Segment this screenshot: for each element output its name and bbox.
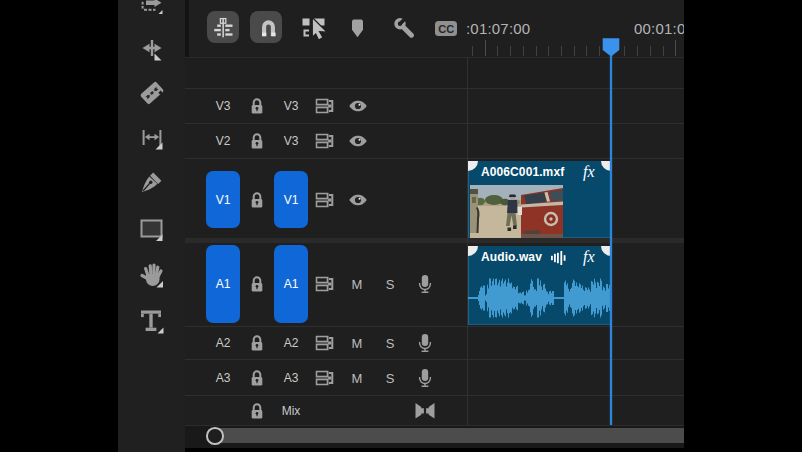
v2-sync-lock-icon[interactable] bbox=[316, 134, 335, 149]
v2-source-label[interactable]: V2 bbox=[216, 134, 231, 148]
horizontal-scrollbar[interactable] bbox=[208, 428, 684, 443]
mix-label: Mix bbox=[282, 404, 301, 418]
playhead-head[interactable] bbox=[602, 37, 620, 57]
add-marker-button[interactable] bbox=[351, 19, 364, 42]
a1-voiceover-mic-icon[interactable] bbox=[418, 275, 432, 294]
track-select-forward-tool[interactable] bbox=[118, 0, 185, 23]
a3-source-label[interactable]: A3 bbox=[216, 371, 231, 385]
a3-mute-button[interactable]: M bbox=[352, 371, 363, 386]
mix-bypass-icon[interactable] bbox=[415, 403, 435, 420]
ruler-tick bbox=[536, 46, 537, 56]
time-ruler[interactable]: :01:07:00 00:01:0 bbox=[467, 0, 684, 57]
a2-sync-lock-icon[interactable] bbox=[316, 336, 335, 351]
audio-waveform bbox=[468, 268, 611, 325]
snap-toggle-button[interactable] bbox=[250, 11, 282, 43]
v2-visibility-eye-icon[interactable] bbox=[349, 135, 368, 147]
marker-icon bbox=[351, 19, 364, 38]
a1-mute-button[interactable]: M bbox=[352, 277, 363, 292]
ruler-tick bbox=[624, 46, 625, 56]
hand-icon bbox=[138, 261, 166, 289]
hand-tool[interactable] bbox=[118, 255, 185, 295]
v2-target-label[interactable]: V3 bbox=[284, 134, 299, 148]
v1-source-button[interactable]: V1 bbox=[206, 171, 240, 228]
v3-source-label[interactable]: V3 bbox=[216, 99, 231, 113]
v3-lock-icon[interactable] bbox=[250, 97, 265, 115]
ruler-tick bbox=[599, 46, 600, 56]
nest-icon bbox=[207, 11, 239, 43]
v2-lock-icon[interactable] bbox=[250, 132, 265, 150]
ruler-tick bbox=[548, 46, 549, 56]
captions-button[interactable]: CC bbox=[435, 21, 457, 40]
audio-clip-fx-badge: fx bbox=[583, 248, 595, 266]
slip-icon bbox=[140, 125, 164, 151]
header-content-divider[interactable] bbox=[467, 57, 468, 425]
ruler-label-right: 00:01:0 bbox=[634, 20, 684, 37]
a1-lock-icon[interactable] bbox=[250, 275, 265, 293]
playhead-line[interactable] bbox=[610, 56, 612, 425]
pen-icon bbox=[139, 169, 165, 195]
ruler-tick-major bbox=[675, 40, 676, 56]
ruler-tick bbox=[650, 46, 651, 56]
v1-source-label: V1 bbox=[216, 193, 231, 207]
a2-mute-button[interactable]: M bbox=[352, 336, 363, 351]
a2-target-label[interactable]: A2 bbox=[284, 336, 299, 350]
v3-target-label[interactable]: V3 bbox=[284, 99, 299, 113]
v1-visibility-eye-icon[interactable] bbox=[349, 194, 368, 206]
rectangle-tool[interactable] bbox=[118, 209, 185, 249]
a1-sync-lock-icon[interactable] bbox=[316, 277, 335, 292]
v1-sync-lock-icon[interactable] bbox=[316, 193, 335, 208]
v1-target-button[interactable]: V1 bbox=[274, 171, 308, 228]
pen-tool[interactable] bbox=[118, 162, 185, 202]
svg-text:CC: CC bbox=[438, 23, 454, 35]
nest-toggle-button[interactable] bbox=[207, 11, 239, 43]
ripple-edit-icon bbox=[140, 37, 164, 63]
wrench-icon bbox=[393, 17, 415, 38]
track-select-forward-icon bbox=[139, 0, 165, 14]
audio-clip[interactable]: Audio.wav fx bbox=[468, 246, 611, 325]
a2-source-label[interactable]: A2 bbox=[216, 336, 231, 350]
audio-clip-title: Audio.wav bbox=[481, 250, 542, 264]
timeline-settings-button[interactable] bbox=[393, 17, 415, 42]
v1-target-label: V1 bbox=[284, 193, 299, 207]
a3-sync-lock-icon[interactable] bbox=[316, 371, 335, 386]
ruler-tick bbox=[561, 46, 562, 56]
type-icon bbox=[138, 306, 166, 334]
clip-thumbnail bbox=[470, 185, 563, 238]
video-clip[interactable]: A006C001.mxf fx bbox=[468, 161, 611, 238]
linked-selection-button[interactable] bbox=[302, 17, 327, 45]
v3-visibility-eye-icon[interactable] bbox=[349, 100, 368, 112]
a3-lock-icon[interactable] bbox=[250, 369, 265, 387]
ruler-tick bbox=[574, 46, 575, 56]
audio-levels-icon bbox=[551, 251, 566, 265]
type-tool[interactable] bbox=[118, 300, 185, 340]
v3-sync-lock-icon[interactable] bbox=[316, 99, 335, 114]
media-start-notch bbox=[468, 161, 478, 171]
scrollbar-zoom-handle[interactable] bbox=[206, 427, 224, 445]
a3-solo-button[interactable]: S bbox=[386, 371, 395, 386]
ruler-tick bbox=[637, 46, 638, 56]
a2-voiceover-mic-icon[interactable] bbox=[418, 334, 432, 353]
snap-magnet-icon bbox=[250, 11, 283, 44]
a1-solo-button[interactable]: S bbox=[386, 277, 395, 292]
tools-panel bbox=[118, 0, 185, 452]
slip-tool[interactable] bbox=[118, 118, 185, 158]
ruler-tick bbox=[523, 46, 524, 56]
ruler-tick bbox=[663, 46, 664, 56]
v1-lock-icon[interactable] bbox=[250, 191, 265, 209]
razor-tool[interactable] bbox=[118, 73, 185, 113]
a3-voiceover-mic-icon[interactable] bbox=[418, 369, 432, 388]
a1-target-label: A1 bbox=[284, 277, 299, 291]
linked-selection-icon bbox=[302, 17, 327, 41]
ruler-tick bbox=[510, 46, 511, 56]
a1-source-button[interactable]: A1 bbox=[206, 245, 240, 323]
ruler-label-left: :01:07:00 bbox=[467, 20, 530, 37]
ripple-edit-tool[interactable] bbox=[118, 30, 185, 70]
a2-lock-icon[interactable] bbox=[250, 334, 265, 352]
a1-target-button[interactable]: A1 bbox=[274, 245, 308, 323]
a3-target-label[interactable]: A3 bbox=[284, 371, 299, 385]
razor-icon bbox=[139, 80, 165, 106]
video-clip-title: A006C001.mxf bbox=[481, 165, 564, 179]
mix-lock-icon[interactable] bbox=[250, 402, 265, 420]
waveform-shape bbox=[468, 279, 611, 318]
a2-solo-button[interactable]: S bbox=[386, 336, 395, 351]
